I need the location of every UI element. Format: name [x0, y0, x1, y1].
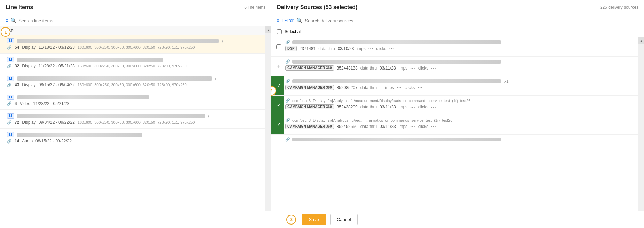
li-num-1: 54	[15, 45, 19, 50]
link-icon-5: 🔗	[7, 120, 12, 125]
bottom-bar: 3 Save Cancel	[0, 211, 644, 228]
li-date-1: 11/18/22 - 03/12/23	[39, 45, 75, 50]
li-date-4: 11/28/22 - 05/21/23	[33, 101, 69, 106]
check-col-5: ✓	[273, 115, 284, 134]
checkmark-3: ✓	[277, 83, 280, 88]
delivery-item-5[interactable]: ✓ 🔗 dcm/osc_3_Display_2r/[Analytics_fo/r…	[271, 115, 644, 135]
delivery-content-2: 🔗 CAMPAIGN MANAGER 360 352443133 data th…	[284, 57, 633, 76]
delivery-item-2[interactable]: + 🔗 CAMPAIGN MANAGER 360 352443133 data …	[271, 57, 644, 76]
right-panel-count: 225 delivery sources	[600, 5, 638, 10]
right-filter-button[interactable]: ≡ 1 Filter	[277, 18, 294, 23]
cancel-button[interactable]: Cancel	[330, 214, 357, 225]
line-item-6[interactable]: LI 🔗 14 Audio 08/15/22 - 09/22/22	[0, 129, 271, 147]
link-icon-3: 🔗	[7, 83, 12, 87]
li-badge-4: LI	[7, 95, 14, 100]
right-search-input[interactable]	[305, 18, 638, 23]
delivery-item-3[interactable]: ✓ 🔗 x1 CAMPAIGN MANAGER 360 352085207 da…	[271, 76, 644, 96]
li-sizes-2: 160x600, 300x250, 300x50, 300x600, 320x5…	[78, 64, 187, 68]
li-type-6: Audio	[22, 139, 33, 144]
select-all-row: Select all	[271, 26, 644, 37]
li-badge-1: LI	[7, 38, 14, 43]
li-type-5: Display	[22, 120, 35, 125]
left-search-input[interactable]	[18, 18, 265, 23]
left-filter-icon[interactable]: ≡	[6, 18, 8, 23]
scroll-up-right[interactable]: ▲	[638, 37, 644, 44]
link-icon-6: 🔗	[7, 139, 12, 144]
left-search-bar: ≡ 🔍	[0, 15, 271, 26]
step-3-circle: 3	[286, 215, 296, 225]
right-search-bar: ≡ 1 Filter 🔍	[271, 15, 644, 26]
line-item-1[interactable]: LI ) 🔗 54 Display 11/18/22 - 03/12/23 16…	[0, 35, 271, 54]
delivery-title-bar-1	[292, 40, 501, 44]
select-all-checkbox[interactable]	[277, 29, 282, 34]
li-badge-2: LI	[7, 57, 14, 62]
line-item-4[interactable]: LI 🔗 4 Video 11/28/22 - 05/21/23	[0, 91, 271, 110]
line-item-3[interactable]: LI ) 🔗 43 Display 08/15/22 - 09/04/22 16…	[0, 72, 271, 91]
delivery-link-icon-6: 🔗	[285, 137, 290, 142]
li-badge-5: LI	[7, 113, 14, 119]
select-all-label: Select all	[285, 29, 302, 34]
delivery-id-5: 352452556	[337, 124, 358, 129]
delivery-content-4: 🔗 dcm/osc_3_Display_2r/[Analytics_fo/mea…	[284, 96, 633, 115]
left-scrollbar: ▲ ▼	[265, 26, 271, 228]
delivery-list: 2 🔗 DSP 2371481 data thru	[271, 37, 644, 228]
check-col-2: +	[273, 57, 284, 76]
check-col-4: ✓	[273, 96, 284, 115]
delivery-id-4: 352438299	[337, 105, 358, 109]
data-thru-3: --	[380, 85, 382, 90]
link-icon-4: 🔗	[7, 101, 12, 106]
li-title-2	[17, 58, 163, 62]
delivery-item-6-partial[interactable]: 🔗	[271, 135, 644, 154]
li-num-6: 14	[15, 139, 19, 144]
right-scrollbar: ▲ ▼	[638, 37, 644, 228]
delivery-item-1[interactable]: 🔗 DSP 2371481 data thru 03/10/23 imps ••…	[271, 37, 644, 57]
delivery-title-bar-6	[292, 138, 501, 141]
delivery-item-4[interactable]: ✓ 🔗 dcm/osc_3_Display_2r/[Analytics_fo/m…	[271, 96, 644, 115]
scroll-up-left[interactable]: ▲	[265, 26, 271, 33]
left-panel-title: Line Items	[6, 4, 33, 10]
main-container: Line Items 6 line items ≡ 🔍 DSP 1 LI )	[0, 0, 644, 228]
filter-label: 1 Filter	[281, 18, 294, 23]
line-item-2[interactable]: LI 🔗 32 Display 11/28/22 - 05/21/23 160x…	[0, 54, 271, 72]
li-num-4: 4	[15, 101, 17, 106]
delivery-url-4: dcm/osc_3_Display_2r/[Analytics_fo/measu…	[292, 99, 515, 103]
data-thru-4: 03/11/23	[380, 105, 396, 109]
right-panel-title: Delivery Sources (53 selected)	[277, 4, 357, 10]
line-item-5[interactable]: LI ) 🔗 72 Display 09/04/22 - 09/22/22 16…	[0, 110, 271, 129]
delivery-content-5: 🔗 dcm/osc_3_Display_2r/[Analytics_fo/req…	[284, 115, 633, 134]
delivery-link-icon-2: 🔗	[285, 59, 290, 64]
li-date-3: 08/15/22 - 09/04/22	[39, 82, 75, 87]
source-badge-5: CAMPAIGN MANAGER 360	[285, 124, 334, 129]
delivery-checkbox-1[interactable]	[276, 44, 281, 49]
delivery-content-6: 🔗	[284, 135, 644, 154]
li-type-2: Display	[22, 64, 35, 68]
li-date-6: 08/15/22 - 09/22/22	[35, 139, 72, 144]
right-panel: Delivery Sources (53 selected) 225 deliv…	[271, 0, 644, 228]
right-panel-header: Delivery Sources (53 selected) 225 deliv…	[271, 0, 644, 15]
delivery-link-icon-5: 🔗	[285, 118, 290, 122]
check-col-1	[273, 37, 284, 56]
li-title-5	[17, 114, 205, 118]
delivery-link-icon-4: 🔗	[285, 98, 290, 103]
left-panel-count: 6 line items	[244, 5, 265, 10]
checkmark-5: ✓	[277, 122, 280, 127]
li-type-4: Video	[20, 101, 30, 106]
checkmark-4: ✓	[277, 103, 280, 108]
li-sizes-5: 160x600, 300x250, 300x50, 300x600, 320x5…	[78, 120, 195, 124]
filter-icon-right: ≡	[277, 18, 279, 23]
delivery-content-1: 🔗 DSP 2371481 data thru 03/10/23 imps ••…	[284, 37, 633, 56]
plus-icon-2[interactable]: +	[277, 63, 280, 70]
li-title-1	[17, 39, 219, 43]
delivery-meta-5: CAMPAIGN MANAGER 360 352452556 data thru…	[285, 124, 630, 129]
li-title-3	[17, 76, 212, 81]
li-badge-3: LI	[7, 76, 14, 81]
li-num-5: 72	[15, 120, 19, 125]
delivery-link-icon-1: 🔗	[285, 40, 290, 44]
save-button[interactable]: Save	[302, 214, 326, 225]
delivery-id-1: 2371481	[300, 46, 316, 51]
li-num-2: 32	[15, 64, 19, 68]
data-thru-2: 03/11/23	[380, 66, 396, 71]
link-icon-2: 🔗	[7, 64, 12, 68]
source-badge-2: CAMPAIGN MANAGER 360	[285, 65, 334, 71]
data-thru-5: 03/11/23	[380, 124, 396, 129]
